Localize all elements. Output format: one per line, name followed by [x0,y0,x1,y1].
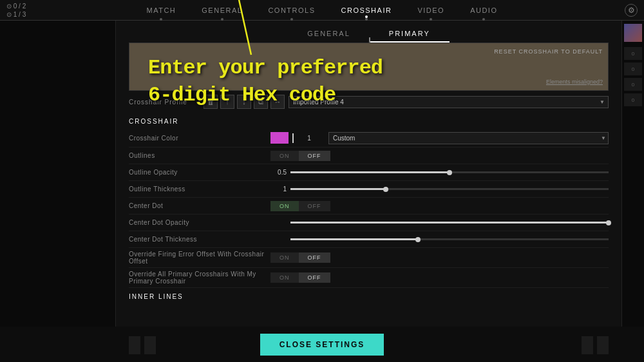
left-panel [0,21,116,362]
color-label: Crosshair Color [129,135,270,142]
outline-thickness-slider[interactable] [290,188,609,190]
override-firing-toggle: On Off [270,252,330,263]
right-panel-item-2: 0 [624,62,642,75]
outline-opacity-label: Outline Opacity [129,169,270,176]
gear-icon[interactable]: ⚙ [625,4,638,17]
override-primary-toggle: On Off [270,272,330,283]
center-dot-opacity-thumb [606,220,611,225]
nav-match[interactable]: MATCH [147,4,176,17]
setting-row-outline-thickness: Outline Thickness 1 [129,181,609,198]
outline-thickness-controls: 1 [270,186,609,193]
center-dot-thickness-label: Center Dot Thickness [129,236,270,243]
nav-items: MATCH GENERAL CONTROLS CROSSHAIR VIDEO A… [147,4,498,17]
color-controls: White Green Yellow Cyan Custom ▼ [270,131,609,144]
settings-panel: GENERAL PRIMARY RESET CROSSHAIR TO DEFAU… [116,21,621,362]
center-dot-opacity-controls [270,222,609,224]
bottom-inner-lines-left [129,336,156,354]
center-dot-opacity-fill [290,222,609,224]
center-dot-toggle: On Off [270,201,330,211]
status-icon-2: ⊙ 1 / 3 [6,11,26,18]
outline-opacity-controls: 0.5 [270,169,609,176]
override-primary-on-button[interactable]: On [270,272,299,283]
profile-icons: 🗑 ↑ ↓ ⧉ ↔ [204,95,285,109]
setting-row-outline-opacity: Outline Opacity 0.5 [129,164,609,181]
profile-select[interactable]: Imported Profile 1 Imported Profile 2 Im… [289,96,609,108]
nav-general[interactable]: GENERAL [202,4,242,17]
setting-row-center-dot-thickness: Center Dot Thickness [129,231,609,248]
outline-thickness-thumb [383,187,388,192]
outlines-toggle: On Off [270,151,330,161]
profile-download-icon[interactable]: ↓ [237,95,251,109]
outline-opacity-value: 0.5 [270,169,287,176]
color-hex-input[interactable] [292,133,325,143]
inner-line-left-1 [129,336,140,354]
nav-controls[interactable]: CONTROLS [268,4,315,17]
bottom-bar: CLOSE SETTINGS [0,327,644,362]
close-settings-button[interactable]: CLOSE SETTINGS [260,334,384,356]
profile-copy-icon[interactable]: ⧉ [254,95,268,109]
sub-tabs: GENERAL PRIMARY [116,21,621,43]
color-swatch[interactable] [270,132,289,144]
setting-row-override-firing: Override Firing Error Offset With Crossh… [129,248,609,268]
center-dot-controls: On Off [270,201,609,211]
override-primary-label: Override All Primary Crosshairs With My … [129,271,270,285]
center-dot-opacity-slider[interactable] [290,222,609,224]
color-select[interactable]: White Green Yellow Cyan Custom [328,132,609,144]
outline-opacity-fill [290,171,450,173]
crosshair-display [366,61,371,73]
inner-lines-section-title: INNER LINES [129,291,609,300]
override-firing-label: Override Firing Error Offset With Crossh… [129,251,270,265]
nav-audio[interactable]: AUDIO [470,4,497,17]
center-dot-off-button[interactable]: Off [299,201,330,211]
right-panel: 0 0 0 0 [621,21,644,362]
setting-row-outlines: Outlines On Off [129,148,609,164]
right-panel-item-1: 0 [624,47,642,60]
settings-content: CROSSHAIR Crosshair Color White Green Ye… [116,113,621,362]
setting-row-center-dot: Center Dot On Off [129,198,609,214]
avatar [624,24,642,42]
nav-video[interactable]: VIDEO [417,4,444,17]
override-firing-on-button[interactable]: On [270,252,299,263]
setting-row-override-primary: Override All Primary Crosshairs With My … [129,268,609,288]
outline-opacity-thumb [447,170,452,175]
color-select-wrapper: White Green Yellow Cyan Custom ▼ [328,131,609,144]
top-navigation: ⊙ 0 / 2 ⊙ 1 / 3 MATCH GENERAL CONTROLS C… [0,0,644,21]
inner-line-right-2 [597,336,609,354]
right-panel-item-3: 0 [624,78,642,91]
main-content: GENERAL PRIMARY RESET CROSSHAIR TO DEFAU… [0,21,644,362]
nav-crosshair[interactable]: CROSSHAIR [341,4,392,17]
center-dot-thickness-controls [270,238,609,240]
center-dot-thickness-slider[interactable] [290,238,609,240]
outlines-controls: On Off [270,151,609,161]
outline-thickness-value: 1 [270,186,287,193]
crosshair-preview: RESET CROSSHAIR TO DEFAULT Elements misa… [129,43,609,91]
outlines-off-button[interactable]: Off [299,151,330,161]
bottom-inner-lines-right [582,336,609,354]
override-primary-off-button[interactable]: Off [299,272,330,283]
profile-delete-icon[interactable]: 🗑 [204,95,218,109]
inner-line-right-1 [582,336,593,354]
center-dot-opacity-label: Center Dot Opacity [129,219,270,226]
outlines-on-button[interactable]: On [270,151,299,161]
misaligned-link[interactable]: Elements misaligned? [546,79,603,85]
profile-upload-icon[interactable]: ↑ [220,95,234,109]
override-firing-off-button[interactable]: Off [299,252,330,263]
center-dot-on-button[interactable]: On [270,201,299,211]
profile-swap-icon[interactable]: ↔ [270,95,285,109]
crosshair-section-title: CROSSHAIR [129,118,609,125]
status-icon-1: ⊙ 0 / 2 [6,3,26,10]
override-primary-controls: On Off [270,272,609,283]
setting-row-color: Crosshair Color White Green Yellow Cyan … [129,129,609,148]
center-dot-thickness-fill [290,238,418,240]
reset-crosshair-button[interactable]: RESET CROSSHAIR TO DEFAULT [494,48,603,55]
profile-select-wrapper: Imported Profile 1 Imported Profile 2 Im… [289,95,609,108]
avatar-image [624,24,642,42]
tab-general[interactable]: GENERAL [288,26,370,43]
tab-primary[interactable]: PRIMARY [370,26,450,43]
outline-opacity-slider[interactable] [290,171,609,173]
profile-label: Crosshair Profile [129,99,200,106]
setting-row-center-dot-opacity: Center Dot Opacity [129,214,609,231]
center-dot-label: Center Dot [129,202,270,209]
override-firing-controls: On Off [270,252,609,263]
center-dot-thickness-thumb [415,237,421,242]
